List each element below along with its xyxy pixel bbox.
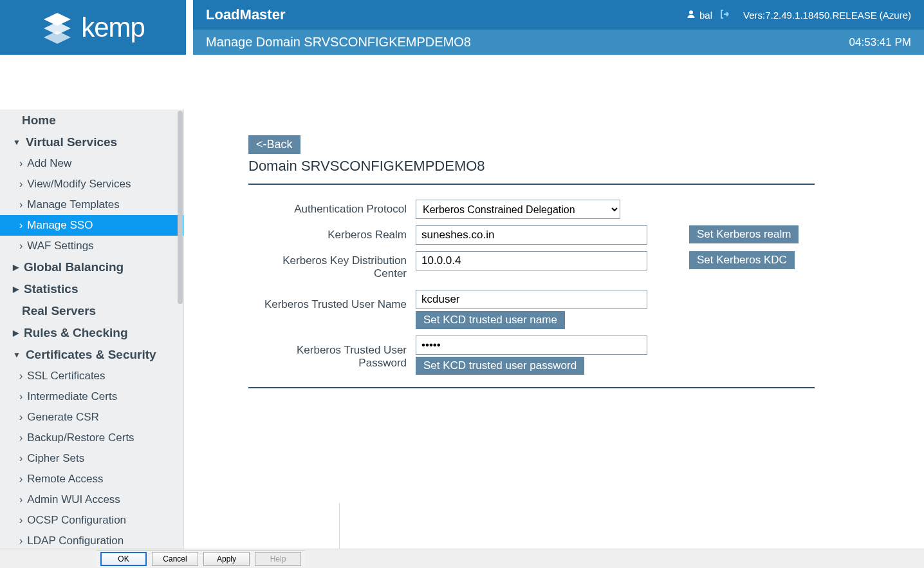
nav-label: Rules & Checking bbox=[24, 326, 128, 340]
nav-label: Global Balancing bbox=[24, 260, 124, 274]
button-set-realm[interactable]: Set Kerberos realm bbox=[689, 225, 799, 243]
caret-right-icon bbox=[13, 328, 19, 337]
nav-add-new[interactable]: Add New bbox=[0, 153, 183, 174]
nav-manage-sso[interactable]: Manage SSO bbox=[0, 215, 183, 236]
nav-label: Manage Templates bbox=[27, 198, 119, 211]
nav-label: View/Modify Services bbox=[27, 178, 131, 191]
nav-home[interactable]: Home bbox=[0, 109, 183, 131]
button-set-trusted-user[interactable]: Set KCD trusted user name bbox=[416, 311, 565, 329]
nav-label: Admin WUI Access bbox=[27, 493, 120, 506]
dialog-apply-button[interactable]: Apply bbox=[203, 552, 250, 566]
caret-right-icon bbox=[13, 285, 19, 294]
form-table: Authentication Protocol Kerberos Constra… bbox=[248, 196, 815, 378]
nav-waf-settings[interactable]: WAF Settings bbox=[0, 236, 183, 256]
header-sub: Manage Domain SRVSCONFIGKEMPDEMO8 04:53:… bbox=[193, 30, 924, 55]
nav-rules-checking[interactable]: Rules & Checking bbox=[0, 322, 183, 344]
nav-label: LDAP Configuration bbox=[27, 535, 124, 547]
caret-right-icon bbox=[13, 263, 19, 272]
svg-point-3 bbox=[689, 10, 693, 14]
nav-view-modify-services[interactable]: View/Modify Services bbox=[0, 174, 183, 194]
nav-global-balancing[interactable]: Global Balancing bbox=[0, 256, 183, 278]
nav-label: Statistics bbox=[24, 282, 78, 296]
nav-intermediate-certs[interactable]: Intermediate Certs bbox=[0, 386, 183, 407]
logo-text: kemp bbox=[81, 12, 145, 43]
caret-down-icon bbox=[13, 138, 21, 147]
dialog-ok-button[interactable]: OK bbox=[100, 552, 147, 566]
divider-bottom bbox=[248, 387, 815, 388]
nav-label: Virtual Services bbox=[26, 135, 117, 149]
sidebar-scrollbar[interactable] bbox=[176, 109, 183, 568]
nav-label: Backup/Restore Certs bbox=[27, 431, 134, 444]
nav-remote-access[interactable]: Remote Access bbox=[0, 469, 183, 489]
nav-ssl-certificates[interactable]: SSL Certificates bbox=[0, 366, 183, 386]
nav-ocsp-configuration[interactable]: OCSP Configuration bbox=[0, 510, 183, 531]
bottom-divider bbox=[339, 503, 340, 549]
label-realm: Kerberos Realm bbox=[248, 222, 416, 248]
app-title: LoadMaster bbox=[206, 6, 285, 23]
nav-admin-wui-access[interactable]: Admin WUI Access bbox=[0, 489, 183, 510]
divider bbox=[248, 184, 815, 185]
nav-label: Remote Access bbox=[27, 473, 103, 486]
nav-label: SSL Certificates bbox=[27, 370, 105, 383]
domain-heading: Domain SRVSCONFIGKEMPDEMO8 bbox=[248, 158, 924, 175]
button-set-trusted-password[interactable]: Set KCD trusted user password bbox=[416, 357, 584, 375]
nav-label: Generate CSR bbox=[27, 411, 99, 424]
clock: 04:53:41 PM bbox=[849, 36, 911, 49]
nav-label: Intermediate Certs bbox=[27, 390, 117, 403]
button-set-kdc[interactable]: Set Kerberos KDC bbox=[689, 251, 795, 269]
nav-label: OCSP Configuration bbox=[27, 514, 126, 527]
label-auth-protocol: Authentication Protocol bbox=[248, 196, 416, 222]
logout-icon[interactable] bbox=[719, 8, 730, 22]
nav-label: Certificates & Security bbox=[26, 348, 156, 362]
kemp-logo-icon bbox=[41, 12, 73, 44]
nav-home-label: Home bbox=[22, 113, 56, 128]
nav-label: Add New bbox=[27, 157, 71, 170]
nav-label: Cipher Sets bbox=[27, 452, 84, 465]
back-button[interactable]: <-Back bbox=[248, 135, 300, 154]
dialog-cancel-button[interactable]: Cancel bbox=[152, 552, 198, 566]
nav-label: Real Servers bbox=[22, 304, 96, 318]
nav-generate-csr[interactable]: Generate CSR bbox=[0, 407, 183, 428]
username: bal bbox=[699, 10, 712, 21]
nav-virtual-services[interactable]: Virtual Services bbox=[0, 131, 183, 153]
label-trusted-user: Kerberos Trusted User Name bbox=[248, 287, 416, 332]
input-trusted-user[interactable] bbox=[416, 290, 647, 309]
svg-marker-2 bbox=[44, 31, 71, 44]
nav-statistics[interactable]: Statistics bbox=[0, 278, 183, 300]
dialog-button-bar: OK Cancel Apply Help bbox=[0, 549, 924, 568]
input-kdc[interactable] bbox=[416, 251, 647, 270]
nav-label: Manage SSO bbox=[27, 219, 93, 232]
input-trusted-password[interactable] bbox=[416, 336, 647, 355]
page-title: Manage Domain SRVSCONFIGKEMPDEMO8 bbox=[206, 35, 471, 50]
main-content: <-Back Domain SRVSCONFIGKEMPDEMO8 Authen… bbox=[184, 109, 924, 568]
user-icon bbox=[687, 10, 696, 21]
sidebar: Home Virtual Services Add New View/Modif… bbox=[0, 109, 184, 568]
header-top: LoadMaster bal Vers:7.2.49.1.18450.RELEA… bbox=[193, 0, 924, 30]
version-text: Vers:7.2.49.1.18450.RELEASE (Azure) bbox=[743, 10, 911, 21]
logo-area: kemp bbox=[0, 0, 186, 55]
select-auth-protocol[interactable]: Kerberos Constrained Delegation bbox=[416, 200, 620, 219]
label-kdc: Kerberos Key Distribution Center bbox=[248, 248, 416, 287]
nav-label: WAF Settings bbox=[27, 240, 93, 252]
caret-down-icon bbox=[13, 350, 21, 359]
label-trusted-password: Kerberos Trusted User Password bbox=[248, 332, 416, 378]
input-realm[interactable] bbox=[416, 225, 647, 245]
nav-backup-restore-certs[interactable]: Backup/Restore Certs bbox=[0, 428, 183, 448]
scrollbar-thumb[interactable] bbox=[178, 111, 183, 304]
nav-manage-templates[interactable]: Manage Templates bbox=[0, 194, 183, 215]
nav-real-servers[interactable]: Real Servers bbox=[0, 300, 183, 322]
nav-cipher-sets[interactable]: Cipher Sets bbox=[0, 448, 183, 469]
nav-certificates-security[interactable]: Certificates & Security bbox=[0, 344, 183, 366]
dialog-help-button: Help bbox=[255, 552, 301, 566]
